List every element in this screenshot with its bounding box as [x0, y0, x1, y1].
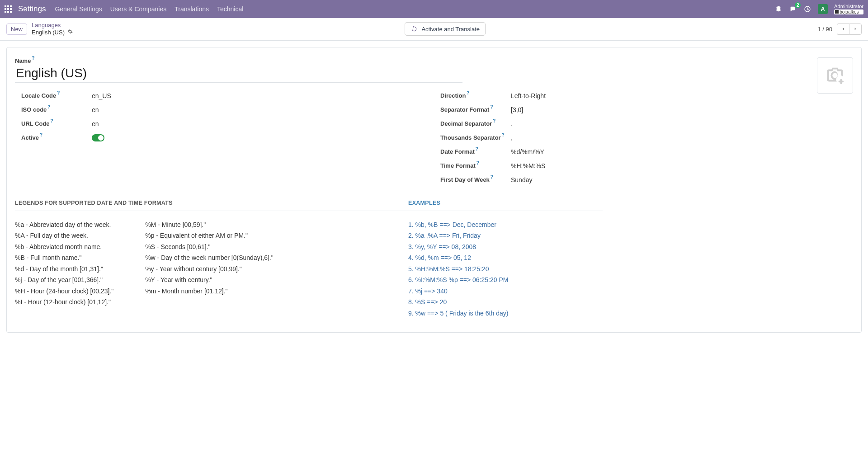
time-format-help-icon[interactable]: ?	[476, 160, 479, 165]
chevron-left-icon	[841, 27, 845, 31]
url-code-label: URL Code	[21, 120, 50, 127]
text-line: %M - Minute [00,59]."	[145, 219, 274, 231]
first-dow-label: First Day of Week	[440, 176, 490, 183]
activate-label: Activate and Translate	[421, 26, 480, 33]
camera-plus-icon	[825, 65, 845, 86]
iso-code-label: ISO code	[21, 106, 47, 113]
chevron-right-icon	[853, 27, 858, 31]
locale-code-label: Locale Code	[21, 92, 56, 99]
name-help-icon[interactable]: ?	[32, 56, 34, 61]
separator-format-help-icon[interactable]: ?	[490, 104, 493, 109]
examples-body: 1. %b, %B ==> Dec, December2. %a ,%A ==>…	[408, 211, 603, 322]
tab-examples[interactable]: EXAMPLES	[408, 196, 440, 211]
iso-code-help-icon[interactable]: ?	[47, 104, 50, 109]
text-line: %j - Day of the year [001,366]."	[15, 274, 113, 286]
text-line: %S - Seconds [00,61]."	[145, 241, 274, 253]
nav-translations[interactable]: Translations	[174, 3, 210, 15]
breadcrumb-parent[interactable]: Languages	[32, 22, 73, 29]
active-toggle[interactable]	[92, 134, 104, 141]
text-line: %A - Full day of the week.	[15, 230, 113, 241]
text-line: %w - Day of the week number [0(Sunday),6…	[145, 252, 274, 264]
refresh-icon	[410, 25, 418, 33]
nav-general-settings[interactable]: General Settings	[54, 3, 103, 15]
text-line: 5. %H:%M:%S ==> 18:25:20	[408, 264, 603, 275]
separator-format-label: Separator Format	[440, 106, 489, 113]
user-avatar[interactable]: A	[818, 4, 828, 14]
text-line: %B - Full month name."	[15, 252, 113, 264]
thousands-separator-help-icon[interactable]: ?	[502, 132, 505, 137]
locale-code-value[interactable]: en_US	[92, 91, 268, 99]
controlbar: New Languages English (US) Activate and …	[0, 18, 868, 41]
text-line: 4. %d, %m ==> 05, 12	[408, 252, 603, 264]
user-company: bojaalkes	[834, 9, 863, 14]
text-line: %d - Day of the month [01,31]."	[15, 264, 113, 275]
direction-value[interactable]: Left-to-Right	[511, 91, 687, 99]
name-input[interactable]	[15, 64, 462, 83]
text-line: 3. %y, %Y ==> 08, 2008	[408, 241, 603, 253]
pager-count: 1 / 90	[817, 26, 832, 33]
decimal-separator-label: Decimal Separator	[440, 120, 492, 127]
text-line: 6. %I:%M:%S %p ==> 06:25:20 PM	[408, 274, 603, 286]
new-button[interactable]: New	[6, 24, 27, 35]
text-line: %Y - Year with century."	[145, 274, 274, 286]
first-dow-value[interactable]: Sunday	[511, 175, 687, 184]
legend-col-2: %M - Minute [00,59]."%p - Equivalent of …	[145, 219, 274, 308]
text-line: 7. %j ==> 340	[408, 286, 603, 297]
pager-next-button[interactable]	[849, 24, 862, 35]
apps-icon[interactable]	[5, 5, 12, 13]
legend-col-1: %a - Abbreviated day of the week.%A - Fu…	[15, 219, 113, 308]
breadcrumb: Languages English (US)	[32, 22, 73, 37]
time-format-value[interactable]: %H:%M:%S	[511, 161, 687, 170]
first-dow-help-icon[interactable]: ?	[491, 174, 493, 179]
active-help-icon[interactable]: ?	[40, 132, 42, 137]
gear-icon[interactable]	[67, 29, 73, 36]
date-format-label: Date Format	[440, 148, 475, 155]
text-line: %m - Month number [01,12]."	[145, 286, 274, 297]
clock-icon[interactable]	[803, 5, 811, 13]
active-label: Active	[21, 134, 39, 141]
nav-technical[interactable]: Technical	[216, 3, 244, 15]
url-code-value[interactable]: en	[92, 119, 268, 127]
breadcrumb-current: English (US)	[32, 29, 65, 36]
date-format-value[interactable]: %d/%m/%Y	[511, 147, 687, 155]
text-line: %a - Abbreviated day of the week.	[15, 219, 113, 231]
locale-code-help-icon[interactable]: ?	[57, 90, 60, 95]
chat-icon[interactable]: 2	[789, 5, 797, 13]
text-line: %p - Equivalent of either AM or PM."	[145, 230, 274, 241]
decimal-separator-help-icon[interactable]: ?	[493, 118, 495, 123]
text-line: %y - Year without century [00,99]."	[145, 264, 274, 275]
activate-translate-button[interactable]: Activate and Translate	[405, 22, 486, 36]
name-label: Name	[15, 57, 31, 64]
pager-prev-button[interactable]	[837, 24, 849, 35]
thousands-separator-value[interactable]: ,	[511, 133, 687, 141]
text-line: %b - Abbreviated month name.	[15, 241, 113, 253]
direction-label: Direction	[440, 92, 466, 99]
user-menu[interactable]: Administrator bojaalkes	[834, 4, 863, 14]
tab-legends[interactable]: LEGENDS FOR SUPPORTED DATE AND TIME FORM…	[15, 196, 173, 211]
text-line: 9. %w ==> 5 ( Friday is the 6th day)	[408, 308, 603, 319]
separator-format-value[interactable]: [3,0]	[511, 105, 687, 113]
app-title[interactable]: Settings	[18, 5, 46, 14]
time-format-label: Time Format	[440, 162, 476, 169]
text-line: %I - Hour (12-hour clock) [01,12]."	[15, 297, 113, 308]
chat-badge: 2	[795, 2, 801, 8]
text-line: 2. %a ,%A ==> Fri, Friday	[408, 230, 603, 241]
nav-users-companies[interactable]: Users & Companies	[109, 3, 168, 15]
iso-code-value[interactable]: en	[92, 105, 268, 113]
direction-help-icon[interactable]: ?	[467, 90, 469, 95]
text-line: 1. %b, %B ==> Dec, December	[408, 219, 603, 231]
legends-body: %a - Abbreviated day of the week.%A - Fu…	[15, 211, 408, 311]
debug-icon[interactable]	[774, 5, 783, 13]
decimal-separator-value[interactable]: .	[511, 119, 687, 127]
thousands-separator-label: Thousands Separator	[440, 134, 501, 141]
user-name: Administrator	[834, 4, 863, 9]
form-sheet: Name ? Locale Code? en_US ISO code? en U…	[6, 47, 862, 333]
pager: 1 / 90	[817, 24, 862, 35]
topbar: Settings General Settings Users & Compan…	[0, 0, 868, 18]
date-format-help-icon[interactable]: ?	[476, 146, 478, 151]
text-line: 8. %S ==> 20	[408, 297, 603, 308]
url-code-help-icon[interactable]: ?	[51, 118, 53, 123]
text-line: %H - Hour (24-hour clock) [00,23]."	[15, 286, 113, 297]
image-upload[interactable]	[817, 57, 853, 94]
